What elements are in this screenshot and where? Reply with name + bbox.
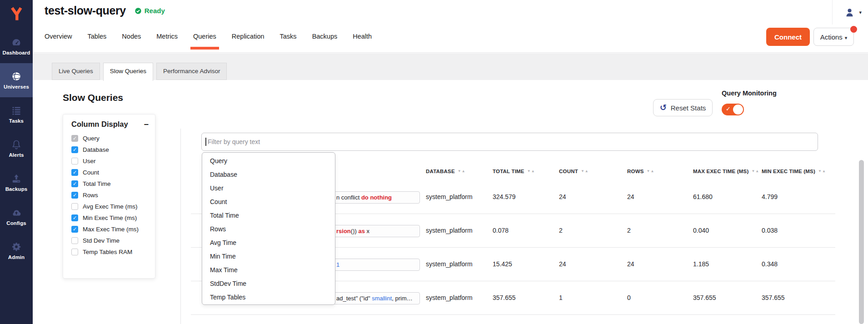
dropdown-item-stddev-time[interactable]: StdDev Time — [202, 277, 335, 290]
checkbox-checked[interactable]: ✓ — [71, 226, 78, 233]
checkbox-checked[interactable]: ✓ — [71, 135, 78, 142]
column-option-label: Std Dev Time — [83, 237, 120, 244]
sidebar-item-universes[interactable]: Universes — [0, 63, 33, 97]
subtab-live-queries[interactable]: Live Queries — [52, 63, 100, 80]
column-header-total-time[interactable]: TOTAL TIME▼▲ — [493, 169, 535, 174]
column-option-min-exec-time-ms[interactable]: ✓Min Exec Time (ms) — [71, 212, 151, 224]
query-fragment: 1 — [336, 261, 339, 268]
chevron-down-icon: ▾ — [859, 10, 862, 15]
query-fragment: n conflict — [336, 194, 361, 201]
checkbox-checked[interactable]: ✓ — [71, 146, 78, 153]
subtab-slow-queries[interactable]: Slow Queries — [103, 63, 153, 81]
user-avatar-icon — [844, 7, 855, 18]
dropdown-item-avg-time[interactable]: Avg Time — [202, 236, 335, 249]
checkbox-unchecked[interactable] — [71, 237, 78, 244]
column-option-total-time[interactable]: ✓Total Time — [71, 178, 151, 189]
sort-icon: ▼▲ — [581, 169, 589, 173]
query-fragment: x — [365, 228, 369, 234]
column-header-database[interactable]: DATABASE▼▲ — [426, 169, 466, 174]
actions-button[interactable]: Actions▾ — [813, 28, 854, 46]
query-filter-input[interactable] — [201, 133, 818, 151]
toggle-knob — [733, 105, 743, 115]
dropdown-item-database[interactable]: Database — [202, 168, 335, 181]
query-fragment: as — [358, 228, 364, 234]
sidebar-item-admin[interactable]: Admin — [0, 234, 33, 268]
vertical-scrollbar[interactable] — [859, 160, 864, 324]
checkbox-checked[interactable]: ✓ — [71, 180, 78, 187]
column-option-std-dev-time[interactable]: Std Dev Time — [71, 235, 151, 246]
sidebar-item-label: Universes — [4, 84, 29, 90]
nav-tab-queries[interactable]: Queries — [193, 28, 216, 53]
sidebar-item-label: Tasks — [9, 118, 24, 124]
dropdown-item-count[interactable]: Count — [202, 195, 335, 209]
nav-tab-tasks[interactable]: Tasks — [280, 28, 297, 53]
reset-stats-button[interactable]: ↺ Reset Stats — [653, 99, 713, 116]
dropdown-item-temp-tables[interactable]: Temp Tables — [202, 290, 335, 304]
dropdown-item-max-time[interactable]: Max Time — [202, 263, 335, 277]
collapse-icon[interactable]: − — [144, 120, 149, 129]
sort-icon: ▼▲ — [818, 169, 826, 173]
column-header-max-exec-time-ms[interactable]: MAX EXEC TIME (MS)▼▲ — [693, 169, 759, 174]
column-option-avg-exec-time-ms[interactable]: Avg Exec Time (ms) — [71, 201, 151, 212]
user-menu[interactable]: ▾ — [832, 0, 862, 25]
nav-tab-nodes[interactable]: Nodes — [122, 28, 141, 53]
nav-tab-replication[interactable]: Replication — [232, 28, 264, 53]
column-option-label: Max Exec Time (ms) — [83, 226, 139, 233]
sort-icon: ▼▲ — [458, 169, 466, 173]
sidebar-item-alerts[interactable]: Alerts — [0, 131, 33, 165]
sidebar-item-dashboard[interactable]: Dashboard — [0, 29, 33, 63]
column-option-count[interactable]: ✓Count — [71, 167, 151, 178]
slow-queries-panel: Slow Queries ↺ Reset Stats Query Monitor… — [33, 80, 868, 324]
cell-max-exec-time-ms: 357.655 — [693, 294, 716, 301]
checkbox-checked[interactable]: ✓ — [71, 214, 78, 221]
nav-tab-health[interactable]: Health — [353, 28, 372, 53]
sort-icon: ▼▲ — [527, 169, 535, 173]
column-option-temp-tables-ram[interactable]: Temp Tables RAM — [71, 246, 151, 258]
column-header-rows[interactable]: ROWS▼▲ — [627, 169, 654, 174]
checkbox-unchecked[interactable] — [71, 203, 78, 210]
sidebar-item-backups[interactable]: Backups — [0, 165, 33, 199]
cell-max-exec-time-ms: 61.680 — [693, 193, 713, 200]
nav-tab-overview[interactable]: Overview — [45, 28, 72, 53]
subtab-performance-advisor[interactable]: Performance Advisor — [156, 63, 227, 80]
column-option-query[interactable]: ✓Query — [71, 133, 151, 144]
checkbox-unchecked[interactable] — [71, 249, 78, 255]
column-option-label: Total Time — [83, 180, 111, 187]
column-filter-dropdown: QueryDatabaseUserCountTotal TimeRowsAvg … — [202, 152, 335, 305]
query-monitoring-toggle[interactable]: ✓ — [722, 104, 744, 115]
cell-min-exec-time-ms: 0.348 — [762, 260, 778, 268]
column-option-user[interactable]: User — [71, 155, 151, 167]
universe-title: test-slow-query — [45, 4, 126, 17]
nav-tab-metrics[interactable]: Metrics — [156, 28, 178, 53]
column-option-database[interactable]: ✓Database — [71, 144, 151, 155]
sidebar-item-configs[interactable]: Configs — [0, 199, 33, 234]
column-header-min-exec-time-ms[interactable]: MIN EXEC TIME (MS)▼▲ — [762, 169, 826, 174]
checkbox-checked[interactable]: ✓ — [71, 192, 78, 199]
top-header: test-slow-query Ready ▾ OverviewTablesNo… — [33, 0, 868, 53]
cell-database: system_platform — [426, 294, 473, 301]
dropdown-item-user[interactable]: User — [202, 181, 335, 195]
sidebar-item-tasks[interactable]: Tasks — [0, 97, 33, 131]
cell-database: system_platform — [426, 260, 473, 268]
query-fragment: ()) — [351, 228, 359, 234]
connect-button[interactable]: Connect — [766, 28, 810, 46]
column-option-rows[interactable]: ✓Rows — [71, 189, 151, 201]
reset-icon: ↺ — [660, 104, 667, 112]
nav-tab-backups[interactable]: Backups — [312, 28, 338, 53]
check-circle-icon — [135, 7, 142, 15]
dropdown-item-total-time[interactable]: Total Time — [202, 209, 335, 222]
cell-count: 2 — [559, 227, 563, 234]
checkbox-checked[interactable]: ✓ — [71, 169, 78, 176]
column-option-max-exec-time-ms[interactable]: ✓Max Exec Time (ms) — [71, 224, 151, 235]
tasks-list-icon — [11, 105, 22, 116]
column-header-count[interactable]: COUNT▼▲ — [559, 169, 589, 174]
dropdown-item-min-time[interactable]: Min Time — [202, 249, 335, 263]
gauge-icon — [11, 37, 22, 48]
nav-tab-tables[interactable]: Tables — [87, 28, 106, 53]
dropdown-item-rows[interactable]: Rows — [202, 222, 335, 236]
checkbox-unchecked[interactable] — [71, 158, 78, 164]
cell-max-exec-time-ms: 1.185 — [693, 260, 709, 268]
sort-icon: ▼▲ — [751, 169, 759, 173]
yugabyte-logo-icon[interactable] — [0, 0, 33, 28]
dropdown-item-query[interactable]: Query — [202, 154, 335, 168]
